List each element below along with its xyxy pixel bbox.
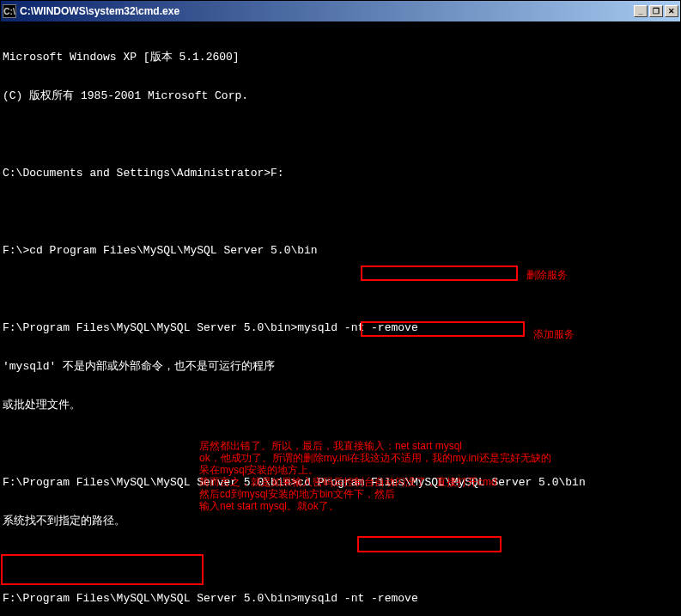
console-line: 或批处理文件。	[3, 399, 678, 412]
console-line: C:\Documents and Settings\Administrator>…	[3, 167, 678, 180]
console-area[interactable]: Microsoft Windows XP [版本 5.1.2600] (C) 版…	[1, 21, 680, 615]
console-line	[3, 553, 678, 566]
console-line: F:\Program Files\MySQL\MySQL Server 5.0\…	[3, 476, 678, 489]
console-line: F:\>cd Program Files\MySQL\MySQL Server …	[3, 244, 678, 257]
annotation-label-remove: 删除服务	[526, 269, 568, 281]
console-line: 'mysqld' 不是内部或外部命令，也不是可运行的程序	[3, 360, 678, 373]
cmd-window: C:\ C:\WINDOWS\system32\cmd.exe _ ❐ ✕ Mi…	[0, 0, 681, 616]
console-line: F:\Program Files\MySQL\MySQL Server 5.0\…	[3, 321, 678, 334]
titlebar[interactable]: C:\ C:\WINDOWS\system32\cmd.exe _ ❐ ✕	[1, 1, 680, 21]
cmd-icon: C:\	[3, 4, 16, 18]
close-button[interactable]: ✕	[665, 5, 678, 17]
console-line: 系统找不到指定的路径。	[3, 515, 678, 528]
console-line	[3, 205, 678, 218]
highlight-box-netstart	[357, 536, 502, 552]
console-line: Microsoft Windows XP [版本 5.1.2600]	[3, 51, 678, 64]
console-line	[3, 283, 678, 296]
console-line	[3, 437, 678, 450]
console-line	[3, 128, 678, 141]
console-line: (C) 版权所有 1985-2001 Microsoft Corp.	[3, 89, 678, 102]
window-controls: _ ❐ ✕	[634, 5, 678, 17]
window-title: C:\WINDOWS\system32\cmd.exe	[20, 5, 634, 17]
minimize-button[interactable]: _	[634, 5, 648, 17]
maximize-button[interactable]: ❐	[649, 5, 663, 17]
console-line: F:\Program Files\MySQL\MySQL Server 5.0\…	[3, 592, 678, 605]
highlight-box-remove	[361, 265, 518, 281]
